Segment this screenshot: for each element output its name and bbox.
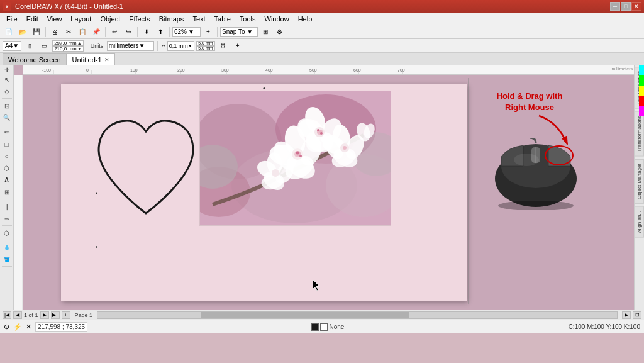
add-page-nav[interactable]: +: [62, 311, 70, 319]
save-btn[interactable]: 💾: [30, 26, 43, 38]
menu-view[interactable]: View: [43, 14, 66, 24]
export-btn[interactable]: ⬆: [154, 26, 167, 38]
snap-to-dropdown[interactable]: Snap To ▼: [220, 27, 258, 37]
tab-untitled1[interactable]: Untitled-1 ✕: [67, 53, 115, 65]
cut-btn[interactable]: ✂: [62, 26, 75, 38]
mouse-graphic: [476, 138, 596, 210]
portrait-btn[interactable]: ▯: [23, 40, 36, 52]
marker-lower-left: [96, 246, 97, 248]
crop-tool[interactable]: ⊡: [1, 100, 13, 111]
width-input[interactable]: 297,0 mm ▲ 210,0 mm ▼: [52, 40, 84, 52]
print-btn[interactable]: 🖨: [48, 26, 61, 38]
snap-to-label: Snap To ▼: [222, 28, 253, 35]
next-page-end[interactable]: ▶|: [51, 311, 60, 319]
tool-sep4: [2, 225, 12, 226]
node-tool[interactable]: ◇: [1, 86, 13, 97]
menu-file[interactable]: File: [3, 14, 21, 24]
svg-text:500: 500: [309, 68, 317, 72]
status-icon2[interactable]: ⚡: [13, 323, 22, 331]
copy-btn[interactable]: 📋: [76, 26, 89, 38]
paste-btn[interactable]: 📌: [90, 26, 103, 38]
prev-page[interactable]: ◀: [13, 311, 22, 319]
svg-text:100: 100: [130, 68, 138, 72]
zoom-arrow: ▼: [188, 28, 194, 35]
paper-size-dropdown[interactable]: A4 ▼: [3, 41, 21, 51]
panel-transformations[interactable]: Transformations: [635, 111, 644, 157]
units-dropdown[interactable]: millimeters ▼: [107, 41, 154, 51]
import-btn[interactable]: ⬇: [140, 26, 153, 38]
h-scrollbar[interactable]: [97, 311, 618, 319]
scroll-resize[interactable]: ⊡: [633, 311, 641, 319]
color-green[interactable]: [639, 75, 644, 86]
ruler-horizontal: -100 0 100 200 300 400 500 600 700: [23, 65, 634, 75]
minimize-btn[interactable]: ─: [610, 2, 620, 11]
status-icon1[interactable]: ⊙: [4, 323, 9, 331]
text-tool[interactable]: A: [1, 174, 13, 186]
nudge-h-input[interactable]: 5,0 mm 5,0 mm: [196, 41, 215, 51]
connector-tool[interactable]: ⊸: [1, 213, 13, 224]
undo-btn[interactable]: ↩: [108, 26, 121, 38]
menu-tools[interactable]: Tools: [236, 14, 260, 24]
panel-align[interactable]: Align an...: [635, 206, 644, 238]
eyedropper-tool[interactable]: 💧: [1, 242, 13, 253]
color-yellow[interactable]: [639, 86, 644, 96]
nudge-input[interactable]: ↔ 0,1 mm ▼: [161, 41, 194, 51]
parallel-tool[interactable]: ∥: [1, 201, 13, 212]
table-tool[interactable]: ⊞: [1, 186, 13, 198]
zoom-dropdown[interactable]: 62% ▼: [172, 27, 201, 37]
maximize-btn[interactable]: □: [621, 2, 631, 11]
close-btn[interactable]: ✕: [631, 2, 641, 11]
options-btn[interactable]: ⚙: [273, 26, 286, 38]
menu-table[interactable]: Table: [211, 14, 235, 24]
flower-image[interactable]: [199, 91, 391, 226]
svg-point-61: [343, 146, 347, 150]
page-indicator: 1 of 1: [24, 312, 38, 318]
separator1: [45, 27, 46, 37]
ellipse-tool[interactable]: ○: [1, 150, 13, 162]
open-btn[interactable]: 📂: [16, 26, 29, 38]
scroll-right-nav[interactable]: ▶: [622, 311, 631, 319]
separator5: [217, 27, 218, 37]
fill-indicator: None: [91, 323, 565, 331]
ruler-vertical: [14, 75, 23, 310]
menu-edit[interactable]: Edit: [23, 14, 42, 24]
color-red[interactable]: [639, 96, 644, 106]
tool-sep5: [2, 240, 12, 240]
next-page[interactable]: ▶: [40, 311, 49, 319]
color-cyan[interactable]: [639, 65, 644, 75]
prev-page-start[interactable]: |◀: [3, 311, 11, 319]
zoom-in-btn[interactable]: +: [202, 26, 214, 38]
rect-tool[interactable]: □: [1, 138, 13, 150]
page-right-border: [468, 78, 469, 304]
add-page-btn[interactable]: +: [231, 40, 244, 52]
menu-help[interactable]: Help: [294, 14, 316, 24]
svg-text:300: 300: [221, 68, 229, 72]
tool-sep1: [2, 98, 12, 99]
zoom-tool[interactable]: 🔍: [1, 112, 13, 123]
landscape-btn[interactable]: ▭: [38, 40, 50, 52]
more-tools[interactable]: ···: [2, 268, 12, 276]
panel-object-manager[interactable]: Object Manager: [635, 159, 644, 204]
menu-window[interactable]: Window: [261, 14, 293, 24]
main-layout: ✛ ↖ ◇ ⊡ 🔍 ✏ □ ○ ⬡ A ⊞ ∥ ⊸ ⬡ 💧 🪣 ··· -100: [0, 65, 644, 310]
polygon-tool[interactable]: ⬡: [1, 162, 13, 174]
color-magenta[interactable]: [639, 106, 644, 116]
tab-close-btn[interactable]: ✕: [104, 57, 109, 63]
canvas-area[interactable]: -100 0 100 200 300 400 500 600 700: [14, 65, 634, 310]
window-controls: ─ □ ✕: [610, 2, 641, 11]
tab-welcome-screen[interactable]: Welcome Screen: [3, 53, 67, 65]
menu-bitmaps[interactable]: Bitmaps: [155, 14, 188, 24]
menu-layout[interactable]: Layout: [67, 14, 95, 24]
grid-btn[interactable]: ⊞: [259, 26, 272, 38]
no-color-indicator[interactable]: ✕: [26, 323, 31, 331]
menu-effects[interactable]: Effects: [125, 14, 153, 24]
pick-tool[interactable]: ↖: [1, 74, 13, 85]
menu-object[interactable]: Object: [96, 14, 124, 24]
new-btn[interactable]: 📄: [3, 26, 15, 38]
menu-text[interactable]: Text: [189, 14, 209, 24]
blend-tool[interactable]: ⬡: [1, 227, 13, 238]
setup-btn[interactable]: ⚙: [217, 40, 230, 52]
fill-tool[interactable]: 🪣: [1, 254, 13, 265]
redo-btn[interactable]: ↪: [122, 26, 135, 38]
freehand-tool[interactable]: ✏: [1, 126, 13, 138]
